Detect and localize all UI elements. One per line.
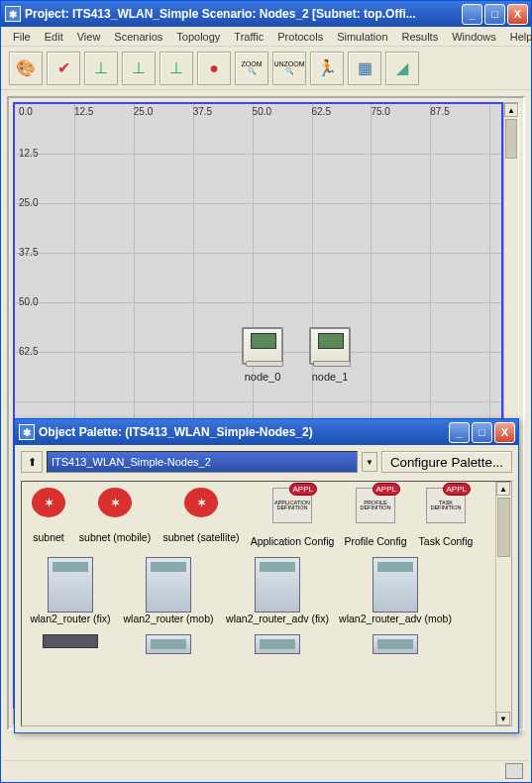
profile-config-icon: APPL PROFILE DEFINITION	[356, 488, 395, 523]
node-0[interactable]: node_0	[233, 327, 292, 383]
palette-title: Object Palette: (ITS413_WLAN_Simple-Node…	[39, 425, 449, 439]
menu-results[interactable]: Results	[396, 29, 445, 45]
item-router-fix[interactable]: wlan2_router (fix)	[28, 557, 113, 624]
router-icon	[372, 557, 418, 613]
scroll-thumb[interactable]	[497, 498, 510, 557]
palette-maximize-button[interactable]: □	[472, 422, 492, 443]
item-subnet[interactable]: ✶ subnet	[28, 488, 69, 543]
subnet-label: subnet	[33, 531, 64, 543]
router-icon	[146, 557, 191, 613]
subnet-mobile-icon: ✶	[98, 488, 132, 517]
ruler-h-5: 62.5	[312, 106, 331, 117]
app-icon: ✱	[5, 6, 21, 22]
palette-combo-arrow-icon[interactable]: ▼	[362, 452, 377, 472]
ruler-h-1: 12.5	[74, 106, 93, 117]
scroll-down-icon[interactable]: ▼	[496, 712, 510, 726]
appl-badge: APPL	[372, 483, 400, 496]
item-subnet-satellite[interactable]: ✶ subnet (satellite)	[160, 488, 242, 543]
router-adv-mob-label: wlan2_router_adv (mob)	[339, 613, 452, 624]
subnet-icon: ✶	[32, 488, 65, 517]
ruler-h-2: 25.0	[134, 106, 153, 117]
task-config-sub: TASK DEFINITION	[427, 501, 465, 511]
palette-up-button[interactable]: ⬆	[21, 451, 43, 473]
menu-view[interactable]: View	[71, 29, 107, 45]
menu-edit[interactable]: Edit	[39, 29, 69, 45]
tool-grid-icon[interactable]: ▦	[348, 52, 381, 85]
router-icon	[146, 634, 191, 654]
tool-verify-icon[interactable]: ✔	[47, 52, 80, 85]
menu-protocols[interactable]: Protocols	[271, 29, 329, 45]
palette-minimize-button[interactable]: _	[449, 422, 470, 443]
menu-help[interactable]: Help	[504, 29, 532, 45]
app-icon: ✱	[19, 424, 35, 440]
main-titlebar[interactable]: ✱ Project: ITS413_WLAN_Simple Scenario: …	[1, 1, 531, 27]
scroll-up-icon[interactable]: ▲	[496, 482, 510, 496]
workstation-icon	[309, 327, 351, 365]
menu-file[interactable]: File	[7, 29, 37, 45]
subnet-satellite-icon: ✶	[184, 488, 218, 517]
app-config-label: Application Config	[251, 535, 335, 547]
ruler-v-1: 25.0	[19, 197, 38, 208]
tool-chart-icon[interactable]: ◢	[385, 52, 419, 85]
tool-unzoom-icon[interactable]: UNZOOM🔍	[272, 52, 306, 85]
palette-list: ✶ subnet ✶ subnet (mobile) ✶ subnet (sat…	[21, 481, 512, 727]
item-server2[interactable]	[121, 634, 216, 654]
task-config-icon: APPL TASK DEFINITION	[426, 488, 466, 523]
item-router-mob[interactable]: wlan2_router (mob)	[121, 557, 216, 624]
tool-palette-icon[interactable]: 🎨	[9, 52, 43, 85]
tool-net2-icon[interactable]: ⊥	[122, 52, 156, 85]
router-icon	[372, 634, 418, 654]
scroll-up-icon[interactable]: ▲	[504, 103, 518, 117]
item-server3[interactable]	[224, 634, 331, 654]
router-icon	[48, 557, 93, 613]
scroll-thumb-v[interactable]	[505, 119, 517, 159]
ruler-h-6: 75.0	[371, 106, 389, 117]
menu-windows[interactable]: Windows	[446, 29, 502, 45]
ruler-h-0: 0.0	[19, 106, 33, 117]
item-subnet-mobile[interactable]: ✶ subnet (mobile)	[77, 488, 153, 543]
subnet-satellite-label: subnet (satellite)	[162, 531, 239, 543]
item-task-config[interactable]: APPL TASK DEFINITION Task Config	[416, 488, 476, 547]
router-icon	[255, 634, 300, 654]
profile-config-sub: PROFILE DEFINITION	[357, 501, 394, 511]
workstation-icon	[242, 327, 283, 365]
palette-titlebar[interactable]: ✱ Object Palette: (ITS413_WLAN_Simple-No…	[15, 419, 518, 445]
item-router-adv-mob[interactable]: wlan2_router_adv (mob)	[339, 557, 452, 624]
item-profile-config[interactable]: APPL PROFILE DEFINITION Profile Config	[343, 488, 408, 547]
tool-net3-icon[interactable]: ⊥	[160, 52, 193, 85]
menu-traffic[interactable]: Traffic	[228, 29, 269, 45]
app-config-icon: APPL APPLICATION DEFINITION	[272, 488, 312, 523]
node-1[interactable]: node_1	[300, 327, 360, 383]
palette-close-button[interactable]: X	[494, 422, 515, 443]
ruler-h-3: 37.5	[193, 106, 212, 117]
statusbar	[3, 760, 529, 780]
menu-scenarios[interactable]: Scenarios	[108, 29, 168, 45]
configure-palette-button[interactable]: Configure Palette...	[381, 451, 512, 473]
item-app-config[interactable]: APPL APPLICATION DEFINITION Application …	[250, 488, 335, 547]
maximize-button[interactable]: □	[484, 4, 505, 25]
status-icon[interactable]	[505, 763, 523, 779]
ruler-v-0: 12.5	[19, 148, 38, 159]
task-config-label: Task Config	[419, 535, 474, 547]
ruler-h-7: 87.5	[430, 106, 449, 117]
ruler-v-4: 62.5	[19, 346, 38, 357]
item-server1[interactable]	[28, 634, 113, 648]
minimize-button[interactable]: _	[462, 4, 482, 25]
tool-run-icon[interactable]: 🏃	[310, 52, 344, 85]
palette-scroll-v[interactable]: ▲ ▼	[495, 482, 511, 726]
tool-zoom-icon[interactable]: ZOOM🔍	[235, 52, 268, 85]
item-router-adv-fix[interactable]: wlan2_router_adv (fix)	[224, 557, 331, 624]
palette-combo[interactable]: ITS413_WLAN_Simple-Nodes_2	[47, 451, 358, 473]
main-title: Project: ITS413_WLAN_Simple Scenario: No…	[25, 7, 462, 21]
tool-net1-icon[interactable]: ⊥	[84, 52, 118, 85]
menu-topology[interactable]: Topology	[170, 29, 226, 45]
ruler-v-2: 37.5	[19, 247, 38, 258]
menu-simulation[interactable]: Simulation	[331, 29, 393, 45]
profile-config-label: Profile Config	[344, 535, 406, 547]
item-server4[interactable]	[339, 634, 452, 654]
tool-fail-icon[interactable]: ●	[197, 52, 231, 85]
appl-badge: APPL	[289, 483, 317, 496]
app-config-sub: APPLICATION DEFINITION	[273, 501, 311, 511]
close-button[interactable]: X	[507, 4, 528, 25]
subnet-mobile-label: subnet (mobile)	[79, 531, 151, 543]
